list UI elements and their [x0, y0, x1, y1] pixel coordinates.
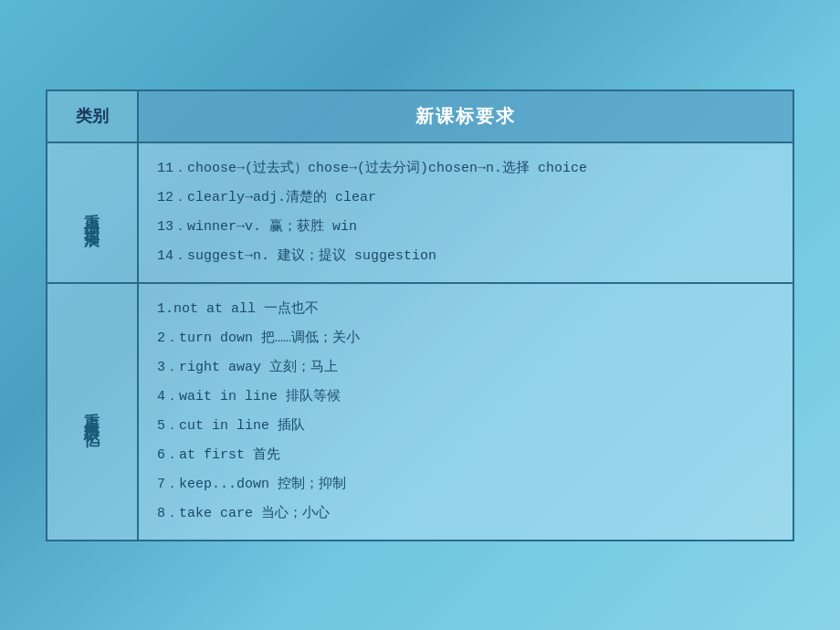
phrase-line-1: 1.not at all 一点也不 [157, 299, 774, 320]
phrase-line-4: 4．wait in line 排队等候 [157, 386, 774, 408]
vocab-line-2: 12．clearly→adj.清楚的 clear [157, 187, 774, 209]
main-table: 类别 新课标要求 重点词汇拓展 11．choose→(过去式）chose→(过去… [46, 89, 794, 541]
phrase-line-6: 6．at first 首先 [157, 445, 774, 467]
phrase-line-8: 8．take care 当心；小心 [157, 503, 774, 525]
category-cell-phrase: 重点短语记忆 [47, 284, 139, 540]
content-cell-phrase: 1.not at all 一点也不 2．turn down 把……调低；关小 3… [139, 284, 793, 540]
content-cell-vocab: 11．choose→(过去式）chose→(过去分词)chosen→n.选择 c… [139, 143, 793, 282]
header-category-label: 类别 [76, 105, 109, 127]
category-label-vocab: 重点词汇拓展 [81, 202, 103, 224]
phrase-line-2: 2．turn down 把……调低；关小 [157, 328, 774, 350]
table-row: 重点短语记忆 1.not at all 一点也不 2．turn down 把……… [47, 284, 793, 540]
header-requirement: 新课标要求 [139, 91, 793, 142]
table-header: 类别 新课标要求 [47, 91, 793, 143]
phrase-line-7: 7．keep...down 控制；抑制 [157, 474, 774, 496]
category-cell-vocab: 重点词汇拓展 [47, 143, 139, 282]
vocab-line-4: 14．suggest→n. 建议；提议 suggestion [157, 246, 774, 268]
header-requirement-label: 新课标要求 [415, 104, 516, 129]
phrase-line-3: 3．right away 立刻；马上 [157, 357, 774, 379]
table-row: 重点词汇拓展 11．choose→(过去式）chose→(过去分词)chosen… [47, 143, 793, 284]
vocab-line-3: 13．winner→v. 赢；获胜 win [157, 216, 774, 238]
phrase-line-5: 5．cut in line 插队 [157, 415, 774, 437]
header-category: 类别 [47, 91, 139, 142]
category-label-phrase: 重点短语记忆 [81, 401, 103, 423]
vocab-line-1: 11．choose→(过去式）chose→(过去分词)chosen→n.选择 c… [157, 158, 774, 180]
